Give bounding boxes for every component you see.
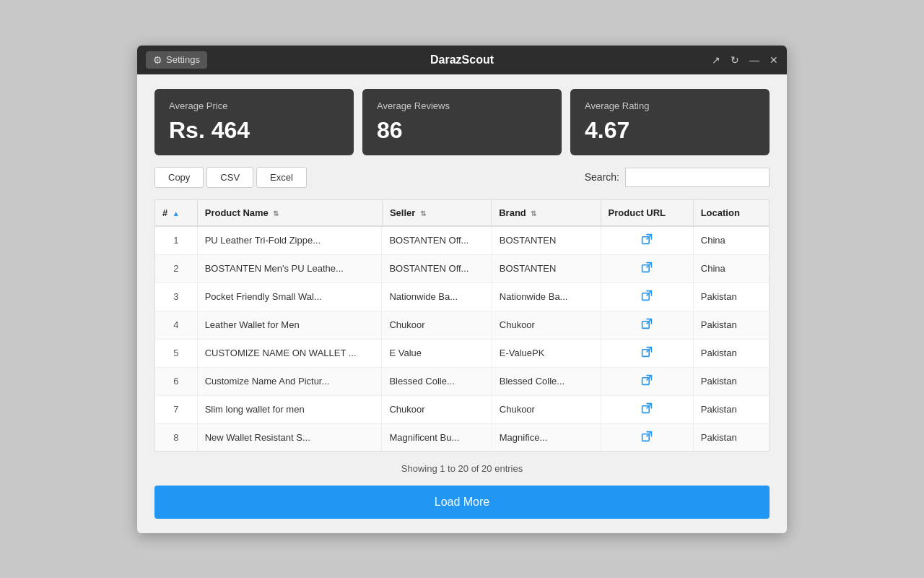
sort-icon-num: ▲ — [173, 210, 180, 217]
cell-url[interactable] — [601, 395, 693, 423]
search-input[interactable] — [625, 168, 770, 187]
cell-brand: E-ValuePK — [492, 339, 601, 367]
stats-row: Average Price Rs. 464 Average Reviews 86… — [154, 89, 770, 155]
data-table-body: 1 PU Leather Tri-Fold Zippe... BOSTANTEN… — [155, 227, 769, 451]
cell-name: Slim long wallet for men — [197, 395, 382, 423]
table-row: 7 Slim long wallet for men Chukoor Chuko… — [155, 395, 769, 423]
cell-brand: Nationwide Ba... — [492, 282, 601, 311]
col-header-seller[interactable]: Seller ⇅ — [382, 200, 491, 226]
cell-seller: E Value — [382, 339, 492, 367]
cell-name: New Wallet Resistant S... — [197, 423, 382, 451]
table-row: 8 New Wallet Resistant S... Magnificent … — [155, 423, 769, 451]
entries-info: Showing 1 to 20 of 20 entries — [154, 463, 770, 474]
avg-price-label: Average Price — [169, 100, 339, 111]
table-row: 4 Leather Wallet for Men Chukoor Chukoor… — [155, 311, 769, 339]
avg-rating-value: 4.67 — [585, 117, 755, 144]
settings-button[interactable]: ⚙ Settings — [146, 51, 207, 69]
col-header-name[interactable]: Product Name ⇅ — [197, 200, 382, 226]
cell-seller: Chukoor — [382, 311, 492, 339]
close-icon[interactable]: ✕ — [770, 54, 778, 66]
cell-seller: Magnificent Bu... — [382, 423, 492, 451]
col-header-url: Product URL — [601, 200, 693, 226]
col-header-location: Location — [693, 200, 769, 226]
data-table: # ▲ Product Name ⇅ Seller ⇅ Brand ⇅ Prod… — [155, 200, 769, 227]
avg-rating-label: Average Rating — [585, 100, 755, 111]
cell-brand: Chukoor — [492, 395, 601, 423]
cell-brand: BOSTANTEN — [492, 227, 601, 255]
cell-num: 3 — [155, 282, 197, 311]
search-label: Search: — [585, 171, 619, 183]
cell-brand: Blessed Colle... — [492, 367, 601, 395]
main-window: ⚙ Settings DarazScout ↗ ↻ — ✕ Average Pr… — [137, 46, 787, 533]
cell-location: China — [693, 227, 769, 255]
cell-location: China — [693, 254, 769, 282]
sort-icon-name: ⇅ — [273, 210, 279, 217]
cell-name: Customize Name And Pictur... — [197, 367, 382, 395]
avg-rating-card: Average Rating 4.67 — [570, 89, 770, 155]
cell-seller: Blessed Colle... — [382, 367, 492, 395]
cell-name: Leather Wallet for Men — [197, 311, 382, 339]
cell-num: 5 — [155, 339, 197, 367]
cell-name: Pocket Friendly Small Wal... — [197, 282, 382, 311]
cell-num: 7 — [155, 395, 197, 423]
toolbar-buttons: Copy CSV Excel — [154, 167, 307, 188]
cell-location: Pakistan — [693, 395, 769, 423]
cell-seller: BOSTANTEN Off... — [382, 254, 492, 282]
cell-brand: Magnifice... — [492, 423, 601, 451]
avg-price-card: Average Price Rs. 464 — [154, 89, 354, 155]
titlebar-controls: ↗ ↻ — ✕ — [712, 54, 778, 66]
cell-url[interactable] — [601, 311, 693, 339]
table-body: 1 PU Leather Tri-Fold Zippe... BOSTANTEN… — [155, 227, 769, 451]
table-row: 2 BOSTANTEN Men's PU Leathe... BOSTANTEN… — [155, 254, 769, 282]
copy-button[interactable]: Copy — [154, 167, 204, 188]
col-header-brand[interactable]: Brand ⇅ — [492, 200, 601, 226]
cell-location: Pakistan — [693, 367, 769, 395]
cell-brand: BOSTANTEN — [492, 254, 601, 282]
sort-icon-brand: ⇅ — [531, 210, 536, 217]
cell-url[interactable] — [601, 423, 693, 451]
load-more-button[interactable]: Load More — [154, 486, 770, 519]
cell-location: Pakistan — [693, 311, 769, 339]
csv-button[interactable]: CSV — [206, 167, 253, 188]
cell-seller: Nationwide Ba... — [382, 282, 492, 311]
cell-name: PU Leather Tri-Fold Zippe... — [197, 227, 382, 255]
external-link-icon[interactable]: ↗ — [712, 54, 720, 66]
cell-num: 6 — [155, 367, 197, 395]
table-header-row: # ▲ Product Name ⇅ Seller ⇅ Brand ⇅ Prod… — [155, 200, 769, 226]
avg-reviews-label: Average Reviews — [377, 100, 547, 111]
minimize-icon[interactable]: — — [749, 54, 759, 66]
cell-location: Pakistan — [693, 282, 769, 311]
table-scroll-wrapper[interactable]: 1 PU Leather Tri-Fold Zippe... BOSTANTEN… — [155, 227, 769, 451]
cell-url[interactable] — [601, 367, 693, 395]
main-content: Average Price Rs. 464 Average Reviews 86… — [137, 74, 787, 533]
titlebar: ⚙ Settings DarazScout ↗ ↻ — ✕ — [137, 46, 787, 74]
table-row: 3 Pocket Friendly Small Wal... Nationwid… — [155, 282, 769, 311]
cell-num: 1 — [155, 227, 197, 255]
cell-seller: BOSTANTEN Off... — [382, 227, 492, 255]
cell-url[interactable] — [601, 282, 693, 311]
search-area: Search: — [585, 168, 770, 187]
table-row: 1 PU Leather Tri-Fold Zippe... BOSTANTEN… — [155, 227, 769, 255]
avg-reviews-card: Average Reviews 86 — [362, 89, 562, 155]
cell-num: 2 — [155, 254, 197, 282]
cell-url[interactable] — [601, 254, 693, 282]
table-row: 6 Customize Name And Pictur... Blessed C… — [155, 367, 769, 395]
col-header-num[interactable]: # ▲ — [155, 200, 197, 226]
excel-button[interactable]: Excel — [256, 167, 307, 188]
refresh-icon[interactable]: ↻ — [731, 54, 739, 66]
table-row: 5 CUSTOMIZE NAME ON WALLET ... E Value E… — [155, 339, 769, 367]
settings-icon: ⚙ — [153, 54, 162, 66]
cell-location: Pakistan — [693, 423, 769, 451]
cell-seller: Chukoor — [382, 395, 492, 423]
titlebar-left: ⚙ Settings — [146, 51, 207, 69]
cell-name: CUSTOMIZE NAME ON WALLET ... — [197, 339, 382, 367]
toolbar: Copy CSV Excel Search: — [154, 167, 770, 188]
cell-url[interactable] — [601, 227, 693, 255]
settings-label: Settings — [166, 54, 200, 65]
cell-num: 8 — [155, 423, 197, 451]
sort-icon-seller: ⇅ — [420, 210, 426, 217]
cell-num: 4 — [155, 311, 197, 339]
cell-location: Pakistan — [693, 339, 769, 367]
cell-url[interactable] — [601, 339, 693, 367]
cell-name: BOSTANTEN Men's PU Leathe... — [197, 254, 382, 282]
